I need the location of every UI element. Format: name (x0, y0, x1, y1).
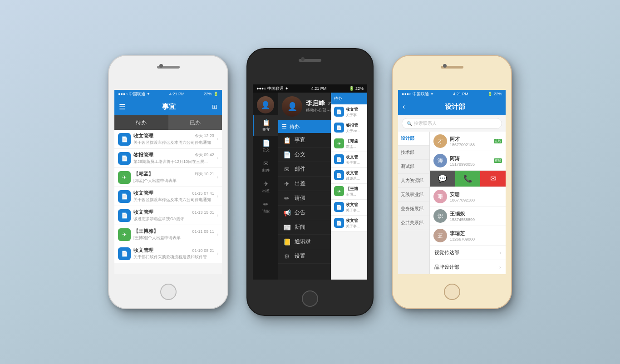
contact-name: 安珊 (450, 191, 502, 198)
item-icon: 📄 (118, 247, 131, 260)
list-item[interactable]: 📄 收文管理 01-13 15:01 诚邀您参加惠点科技OA测评 › (114, 206, 222, 225)
message-button[interactable]: 💬 (430, 171, 455, 187)
battery-gold: 🔋 22% (487, 92, 502, 96)
white-list: 📄 收文管理 今天 12:23 关于园区摆渡车停运及本周六公司停电通知 › 📄 (114, 130, 222, 274)
contact-name: 王韬炽 (450, 211, 502, 217)
content-item[interactable]: 📄 收文管 关于事... (331, 216, 367, 231)
list-item[interactable]: 📄 收文管理 01-10 08:21 关于部门软件采购款项流程建设和软件管...… (114, 244, 222, 263)
item-title: 收文管理 (133, 190, 153, 197)
arrow-icon: › (217, 156, 218, 161)
content-icon: 📄 (334, 218, 344, 228)
dept-end-item-brand[interactable]: 品牌设计部 › (430, 260, 506, 274)
contact-item[interactable]: 芝 李瑞芝 13266789000 (430, 226, 506, 246)
item-content: 【王博雅】 01-11 09:11 [王博雅]个人出差申请表单 (133, 228, 214, 241)
contact-item[interactable]: 炽 王韬炽 15874558899 (430, 207, 506, 226)
camera-gold (443, 64, 447, 68)
sidebar-label: 公文 (262, 148, 270, 152)
time-gold: 4:21 PM (453, 92, 468, 96)
content-item[interactable]: 📄 收文管 关于事... (331, 200, 367, 216)
contact-item[interactable]: 涛 阿涛 15178990055 在线 (430, 151, 506, 171)
content-item[interactable]: 📄 收文管 关于事... (331, 152, 367, 168)
back-button[interactable]: ‹ (403, 103, 405, 111)
dept-item-biz[interactable]: 业务拓展部 (398, 202, 429, 216)
home-btn-gold[interactable] (444, 284, 460, 300)
signal-gold: ●●●○ 中国联通 ✦ (402, 91, 434, 97)
item-icon: ✈ (118, 228, 131, 241)
status-bar-gold: ●●●○ 中国联通 ✦ 4:21 PM 🔋 22% (398, 90, 506, 98)
phone-white: ●●●○ 中国联通 ✦ 4:21 PM 22% 🔋 ☰ 事宜 ⊞ 待办 已办 (108, 55, 228, 309)
sidebar-item-shiyí[interactable]: 📋 事宜 (253, 115, 278, 136)
list-item[interactable]: 📄 签报管理 今天 09:42 第26期新员工培训将于12月10日在三展... … (114, 149, 222, 168)
menu-icon-white[interactable]: ☰ (119, 103, 125, 111)
contact-info: 王韬炽 15874558899 (450, 211, 502, 222)
item-title-row: 收文管理 今天 12:23 (133, 133, 214, 139)
content-item[interactable]: ✈ 【邓孟 邓孟... (331, 136, 367, 152)
item-icon: ✈ (118, 171, 131, 184)
item-desc: 关于园区摆渡车停运及本周六公司停电通知 (133, 197, 214, 203)
content-item[interactable]: ✈ 【王博 王博... (331, 184, 367, 200)
dept-item-tech[interactable]: 技术部 (398, 146, 429, 160)
item-time: 01-11 09:11 (192, 229, 214, 234)
contact-phone: 18677092188 (450, 198, 502, 202)
gold-search[interactable]: 🔍 搜索联系人 (402, 118, 502, 129)
item-content: 收文管理 01-15 07:41 关于园区摆渡车停运及本周六公司停电通知 (133, 190, 214, 203)
contact-item[interactable]: 珊 安珊 18677092188 (430, 187, 506, 207)
content-item[interactable]: 📄 收文管 诚邀总... (331, 168, 367, 184)
contact-item[interactable]: 才 阿才 18677092188 在线 (430, 132, 506, 151)
item-time: 今天 09:42 (195, 152, 214, 158)
dept-end-item-visual[interactable]: 视觉传达部 › (430, 246, 506, 260)
gold-dept-sidebar: 设计部 技术部 测试部 人力资源部 无线事业部 业务拓展部 (398, 132, 430, 274)
sidebar-item-leave[interactable]: ✏ 请假 (253, 197, 278, 217)
content-desc: 关于26... (346, 128, 360, 133)
contact-avatar: 炽 (433, 209, 447, 223)
item-title-row: 收文管理 01-15 07:41 (133, 190, 214, 197)
sidebar-item-mail[interactable]: ✉ 邮件 (253, 156, 278, 177)
contact-info: 安珊 18677092188 (450, 191, 502, 202)
phone-button[interactable]: 📞 (455, 171, 481, 187)
menu-header-text: 待办 (290, 123, 300, 130)
dept-item-pr[interactable]: 公共关系部 (398, 216, 429, 230)
item-icon: 📄 (118, 190, 131, 203)
list-item[interactable]: ✈ 【王博雅】 01-11 09:11 [王博雅]个人出差申请表单 › (114, 225, 222, 244)
dept-end-label: 品牌设计部 (434, 264, 459, 271)
avatar-face: 👤 (257, 96, 274, 113)
item-desc: [邓孟]个人出差申请表单 (133, 178, 214, 184)
contact-avatar: 涛 (433, 154, 447, 167)
dept-item-design[interactable]: 设计部 (398, 132, 429, 146)
right-panel-title: 待办 (334, 96, 342, 102)
item-time: 01-15 07:41 (192, 191, 214, 196)
sidebar-item-gongwen[interactable]: 📄 公文 (253, 136, 278, 156)
item-title: 收文管理 (133, 209, 153, 216)
home-btn-white[interactable] (160, 284, 177, 300)
item-title: 签报管理 (133, 152, 153, 158)
mail-icon: ✉ (263, 160, 269, 167)
contact-info: 阿才 18677092188 (450, 136, 491, 147)
right-panel-header: 待办 (331, 93, 367, 104)
tab-done[interactable]: 已办 (168, 115, 222, 130)
sidebar-item-trip[interactable]: ✈ 出差 (253, 177, 278, 197)
mail-button[interactable]: ✉ (480, 171, 506, 187)
item-time: 01-13 15:01 (192, 210, 214, 215)
content-item[interactable]: 📄 收文管 关于事... (331, 104, 367, 120)
list-item[interactable]: 📄 收文管理 01-15 07:41 关于园区摆渡车停运及本周六公司停电通知 › (114, 187, 222, 206)
menu-icon: ✉ (283, 166, 291, 173)
contact-name: 阿涛 (450, 155, 491, 162)
content-title: 收文管 (346, 218, 360, 224)
content-icon: 📄 (334, 202, 344, 212)
grid-icon-white[interactable]: ⊞ (212, 103, 217, 110)
vol-up-gold (392, 101, 393, 114)
dept-item-test[interactable]: 测试部 (398, 160, 429, 174)
shiyí-icon: 📋 (262, 119, 270, 126)
item-icon: 📄 (118, 133, 131, 146)
home-btn-black[interactable] (302, 290, 318, 307)
dept-item-hr[interactable]: 人力资源部 (398, 174, 429, 188)
dept-item-wireless[interactable]: 无线事业部 (398, 188, 429, 202)
item-title-row: 【王博雅】 01-11 09:11 (133, 228, 214, 235)
item-title: 【邓孟】 (133, 171, 153, 177)
list-item[interactable]: ✈ 【邓孟】 昨天 10:21 [邓孟]个人出差申请表单 › (114, 168, 222, 187)
message-icon: 💬 (438, 174, 447, 183)
list-item[interactable]: 📄 收文管理 今天 12:23 关于园区摆渡车停运及本周六公司停电通知 › (114, 130, 222, 149)
tab-pending[interactable]: 待办 (114, 115, 168, 130)
content-item[interactable]: 📄 签报管 关于26... (331, 120, 367, 136)
content-title: 签报管 (346, 123, 360, 128)
